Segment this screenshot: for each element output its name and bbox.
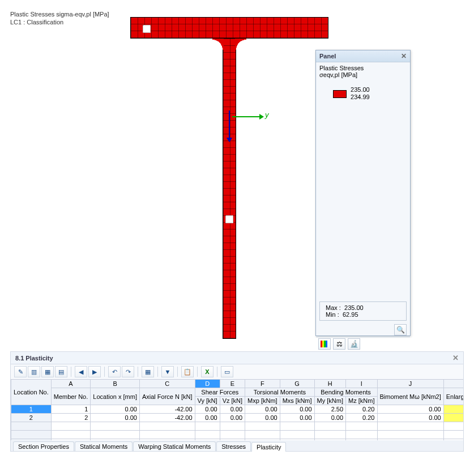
results-grid[interactable]: Location No. A B C D E F G H I J K L Mem… — [11, 379, 464, 440]
col-J[interactable]: J — [377, 380, 443, 388]
cell-mz[interactable]: 0.20 — [346, 414, 377, 422]
cell-mw[interactable]: 0.00 — [377, 414, 443, 422]
table-row[interactable]: 110.00-42.000.000.000.000.002.500.200.00… — [11, 405, 464, 414]
col-B[interactable]: B — [91, 380, 140, 388]
cell-vz[interactable]: 0.00 — [220, 414, 245, 422]
stress-patch — [143, 25, 151, 33]
col-H[interactable]: H — [314, 380, 345, 388]
cell-vz[interactable]: 0.00 — [220, 405, 245, 414]
tool-calc-icon[interactable]: ▭ — [221, 366, 233, 377]
header-my[interactable]: My [kNm] — [314, 397, 345, 405]
cell-x[interactable]: 0.00 — [91, 414, 140, 422]
close-icon[interactable]: ✕ — [452, 354, 459, 362]
results-table-section: 8.1 Plasticity ✕ ✎ ▥ ▦ ▤ ◀ ▶ ↶ ↷ ▦ ▼ 📋 X… — [10, 351, 464, 452]
col-E[interactable]: E — [220, 380, 245, 388]
tool-columns-icon[interactable]: ▤ — [55, 366, 67, 377]
tab-stresses[interactable]: Stresses — [216, 441, 251, 451]
header-location-no[interactable]: Location No. — [11, 380, 52, 405]
svg-rect-0 — [321, 341, 322, 347]
tool-edit-icon[interactable]: ✎ — [14, 366, 27, 377]
cell-alpha[interactable]: 5.41 — [443, 405, 464, 414]
header-location-x[interactable]: Location x [mm] — [91, 388, 140, 405]
header-vy[interactable]: Vy [kN] — [195, 397, 220, 405]
cell-n[interactable]: -42.00 — [139, 414, 195, 422]
cell-mz[interactable]: 0.20 — [346, 405, 377, 414]
header-bimoment[interactable]: Bimoment Mω [kNm2] — [377, 388, 443, 405]
col-G[interactable]: G — [280, 380, 314, 388]
tool-table-icon[interactable]: ▦ — [41, 366, 54, 377]
tab-section-properties[interactable]: Section Properties — [13, 441, 74, 451]
legend-bottom-value: 234.99 — [351, 94, 370, 101]
zoom-icon[interactable]: 🔍 — [394, 324, 407, 335]
col-D[interactable]: D — [195, 380, 220, 388]
tool-prev-icon[interactable]: ◀ — [75, 366, 87, 377]
microscope-icon[interactable]: 🔬 — [348, 338, 360, 350]
col-K[interactable]: K — [443, 380, 464, 388]
axis-z-arrow — [229, 110, 230, 139]
panel-titlebar[interactable]: Panel ✕ — [316, 50, 410, 62]
tool-insert-row-icon[interactable]: ▥ — [28, 366, 40, 377]
row-header[interactable]: 2 — [11, 414, 52, 422]
cell-mxp[interactable]: 0.00 — [245, 414, 280, 422]
cell-vy[interactable]: 0.00 — [195, 414, 220, 422]
header-mz[interactable]: Mz [kNm] — [346, 397, 377, 405]
cell-my[interactable]: 2.50 — [314, 405, 345, 414]
row-header[interactable]: 1 — [11, 405, 52, 414]
stress-patch — [225, 215, 233, 223]
max-label: Max : — [326, 304, 341, 311]
balance-icon[interactable]: ⚖ — [333, 338, 345, 350]
min-value: 62.95 — [343, 311, 358, 318]
col-I[interactable]: I — [346, 380, 377, 388]
tab-warping-statical-moments[interactable]: Warping Statical Moments — [133, 441, 216, 451]
cell-member[interactable]: 2 — [51, 414, 91, 422]
col-A[interactable]: A — [51, 380, 91, 388]
cell-vy[interactable]: 0.00 — [195, 405, 220, 414]
tab-plasticity[interactable]: Plasticity — [251, 442, 286, 452]
tool-undo-icon[interactable]: ↶ — [108, 366, 121, 377]
close-icon[interactable]: ✕ — [401, 52, 407, 60]
panel-subtitle-2: σeqv,pl [MPa] — [319, 71, 407, 78]
colorscale-icon[interactable] — [318, 338, 331, 350]
cell-mxp[interactable]: 0.00 — [245, 405, 280, 414]
tool-excel-icon[interactable]: X — [201, 366, 213, 377]
header-shear-forces[interactable]: Shear Forces — [195, 388, 245, 397]
table-tabs: Section PropertiesStatical MomentsWarpin… — [10, 440, 464, 452]
cell-member[interactable]: 1 — [51, 405, 91, 414]
header-bending-moments[interactable]: Bending Moments — [314, 388, 377, 397]
cell-mxs[interactable]: 0.00 — [280, 405, 314, 414]
tool-next-icon[interactable]: ▶ — [88, 366, 101, 377]
cell-n[interactable]: -42.00 — [139, 405, 195, 414]
tab-statical-moments[interactable]: Statical Moments — [75, 441, 133, 451]
cell-mxs[interactable]: 0.00 — [280, 414, 314, 422]
legend-top-value: 235.00 — [351, 86, 370, 94]
table-row[interactable]: 220.00-42.000.000.000.000.000.000.200.00… — [11, 414, 464, 422]
legend-panel[interactable]: Panel ✕ Plastic Stresses σeqv,pl [MPa] 2… — [315, 50, 411, 336]
tool-copy-icon[interactable]: 📋 — [181, 366, 194, 377]
svg-rect-1 — [322, 341, 324, 347]
cell-my[interactable]: 0.00 — [314, 414, 345, 422]
col-F[interactable]: F — [245, 380, 280, 388]
table-titlebar[interactable]: 8.1 Plasticity ✕ — [10, 351, 464, 364]
header-member-no[interactable]: Member No. — [51, 388, 91, 405]
cell-x[interactable]: 0.00 — [91, 405, 140, 414]
header-axial-force[interactable]: Axial Force N [kN] — [139, 388, 195, 405]
header-enlargement[interactable]: Enlargement Factor αplast — [443, 388, 464, 405]
cross-section-model: y — [130, 17, 328, 340]
cell-alpha[interactable]: 8.62 — [443, 414, 464, 422]
axis-y-arrow — [232, 116, 261, 117]
fillet-right — [235, 39, 246, 50]
min-label: Min : — [326, 311, 339, 318]
header-mxp[interactable]: Mxp [kNm] — [245, 397, 280, 405]
header-mxs[interactable]: Mxs [kNm] — [280, 397, 314, 405]
panel-title-text: Panel — [319, 53, 336, 60]
table-title: 8.1 Plasticity — [15, 355, 53, 362]
table-row-empty — [11, 422, 464, 431]
tool-redo-icon[interactable]: ↷ — [122, 366, 134, 377]
col-C[interactable]: C — [139, 380, 195, 388]
tool-filter-icon[interactable]: ▼ — [161, 366, 174, 377]
header-vz[interactable]: Vz [kN] — [220, 397, 245, 405]
header-torsional-moments[interactable]: Torsional Moments — [245, 388, 315, 397]
tool-grid-icon[interactable]: ▦ — [142, 366, 154, 377]
cell-mw[interactable]: 0.00 — [377, 405, 443, 414]
grid-scroll-area[interactable]: Location No. A B C D E F G H I J K L Mem… — [10, 379, 464, 440]
